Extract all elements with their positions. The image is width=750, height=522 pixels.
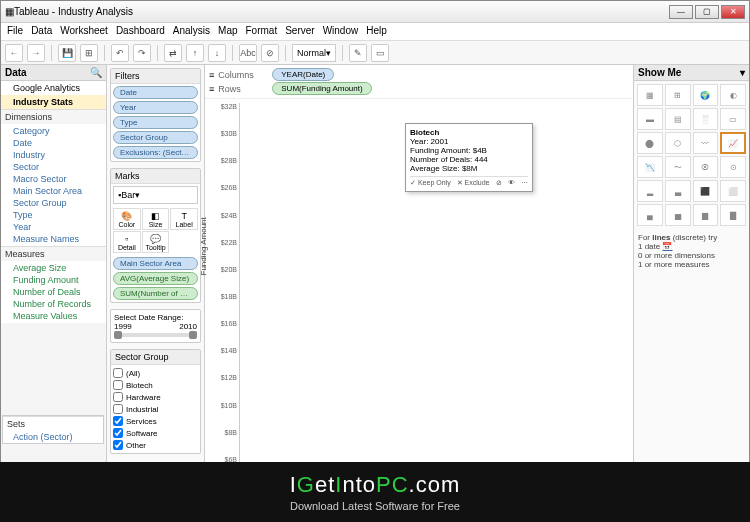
mark-label[interactable]: TLabel [170,208,198,230]
showme-viz-20[interactable]: ▄ [637,204,663,226]
menu-window[interactable]: Window [323,25,359,38]
group-button[interactable]: ⊘ [261,44,279,62]
rows-pill[interactable]: SUM(Funding Amount) [272,82,371,95]
showme-viz-14[interactable]: ⦿ [693,156,719,178]
fit-dropdown[interactable]: Normal ▾ [292,44,336,62]
presentation-button[interactable]: ▭ [371,44,389,62]
columns-pill[interactable]: YEAR(Date) [272,68,334,81]
menu-worksheet[interactable]: Worksheet [60,25,108,38]
sector-check-industrial[interactable]: Industrial [113,403,198,415]
showme-viz-4[interactable]: ▬ [637,108,663,130]
set-action[interactable]: Action (Sector) [3,431,103,443]
dimension-sector-group[interactable]: Sector Group [3,197,104,209]
showme-viz-9[interactable]: ⬡ [665,132,691,154]
measure-funding-amount[interactable]: Funding Amount [3,274,104,286]
group-icon[interactable]: ⊘ [496,179,502,187]
view-data-icon[interactable]: 👁 [508,179,515,187]
menu-dashboard[interactable]: Dashboard [116,25,165,38]
dimension-macro-sector[interactable]: Macro Sector [3,173,104,185]
redo-button[interactable]: ↷ [133,44,151,62]
highlight-button[interactable]: ✎ [349,44,367,62]
menu-data[interactable]: Data [31,25,52,38]
forward-button[interactable]: → [27,44,45,62]
search-icon[interactable]: 🔍 [90,67,102,78]
dimension-category[interactable]: Category [3,125,104,137]
exclude-button[interactable]: ✕ Exclude [457,179,490,187]
sector-check-biotech[interactable]: Biotech [113,379,198,391]
dimension-industry[interactable]: Industry [3,149,104,161]
dimension-measure-names[interactable]: Measure Names [3,233,104,245]
sector-check-software[interactable]: Software [113,427,198,439]
keep-only-button[interactable]: ✓ Keep Only [410,179,451,187]
showme-viz-10[interactable]: 〰 [693,132,719,154]
sector-check-all[interactable]: (All) [113,367,198,379]
filter-type[interactable]: Type [113,116,198,129]
dimension-date[interactable]: Date [3,137,104,149]
showme-viz-16[interactable]: ▂ [637,180,663,202]
menu-format[interactable]: Format [246,25,278,38]
showme-viz-23[interactable]: ▇ [720,204,746,226]
showme-viz-8[interactable]: ⬤ [637,132,663,154]
showme-viz-3[interactable]: ◐ [720,84,746,106]
mark-size[interactable]: ◧Size [142,208,170,230]
menu-analysis[interactable]: Analysis [173,25,210,38]
chart-area[interactable]: $32B$30B$28B$26B$24B$22B$20B$18B$16B$14B… [205,99,633,483]
marks-pill-sector[interactable]: Main Sector Area [113,257,198,270]
showme-viz-18[interactable]: ⬛ [693,180,719,202]
save-button[interactable]: 💾 [58,44,76,62]
menu-server[interactable]: Server [285,25,314,38]
back-button[interactable]: ← [5,44,23,62]
filter-exclusions[interactable]: Exclusions: (Sector (gr... [113,146,198,159]
sort-asc-button[interactable]: ↑ [186,44,204,62]
marks-pill-num[interactable]: SUM(Number of De... [113,287,198,300]
marks-pill-avg[interactable]: AVG(Average Size) [113,272,198,285]
showme-viz-7[interactable]: ▭ [720,108,746,130]
showme-viz-0[interactable]: ▦ [637,84,663,106]
collapse-icon[interactable]: ▾ [740,67,745,78]
mark-color[interactable]: 🎨Color [113,208,141,230]
showme-viz-6[interactable]: ░ [693,108,719,130]
more-icon[interactable]: ⋯ [521,179,528,187]
showme-viz-13[interactable]: 〜 [665,156,691,178]
dimension-sector[interactable]: Sector [3,161,104,173]
sort-desc-button[interactable]: ↓ [208,44,226,62]
menu-file[interactable]: File [7,25,23,38]
menu-help[interactable]: Help [366,25,387,38]
showme-viz-15[interactable]: ⊙ [720,156,746,178]
menu-map[interactable]: Map [218,25,237,38]
filter-date[interactable]: Date [113,86,198,99]
dimension-main-sector-area[interactable]: Main Sector Area [3,185,104,197]
showme-viz-11[interactable]: 📈 [720,132,746,154]
close-button[interactable]: ✕ [721,5,745,19]
minimize-button[interactable]: — [669,5,693,19]
filter-sector-group[interactable]: Sector Group [113,131,198,144]
showme-viz-22[interactable]: ▆ [693,204,719,226]
swap-button[interactable]: ⇄ [164,44,182,62]
measure-measure-values[interactable]: Measure Values [3,310,104,322]
sector-check-other[interactable]: Other [113,439,198,451]
measure-average-size[interactable]: Average Size [3,262,104,274]
dimension-type[interactable]: Type [3,209,104,221]
showme-viz-19[interactable]: ⬜ [720,180,746,202]
showme-viz-1[interactable]: ⊞ [665,84,691,106]
data-source-google[interactable]: Google Analytics [1,81,106,95]
mark-tooltip[interactable]: 💬Tooltip [142,231,170,253]
sector-check-hardware[interactable]: Hardware [113,391,198,403]
measure-number-of-records[interactable]: Number of Records [3,298,104,310]
date-range-slider[interactable] [114,333,197,337]
sector-check-services[interactable]: Services [113,415,198,427]
showme-viz-21[interactable]: ▅ [665,204,691,226]
showme-viz-5[interactable]: ▤ [665,108,691,130]
mark-type-dropdown[interactable]: ▪ Bar ▾ [113,186,198,204]
labels-button[interactable]: Abc [239,44,257,62]
undo-button[interactable]: ↶ [111,44,129,62]
data-source-industry[interactable]: Industry Stats [1,95,106,109]
showme-viz-17[interactable]: ▃ [665,180,691,202]
mark-detail[interactable]: ▫Detail [113,231,141,253]
data-source-button[interactable]: ⊞ [80,44,98,62]
maximize-button[interactable]: ▢ [695,5,719,19]
showme-viz-12[interactable]: 📉 [637,156,663,178]
showme-viz-2[interactable]: 🌍 [693,84,719,106]
measure-number-of-deals[interactable]: Number of Deals [3,286,104,298]
filter-year[interactable]: Year [113,101,198,114]
